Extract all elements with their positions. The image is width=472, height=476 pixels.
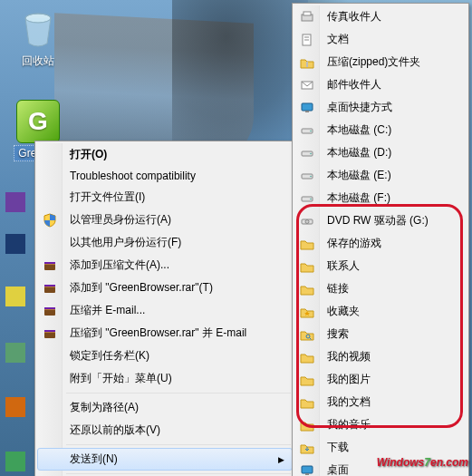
svg-rect-19 bbox=[306, 62, 308, 67]
greenbrowser-icon: G bbox=[16, 100, 60, 143]
svg-point-32 bbox=[305, 219, 309, 223]
sendto-search[interactable]: 搜索 bbox=[294, 323, 467, 345]
sendto-videos[interactable]: 我的视频 bbox=[294, 345, 467, 368]
folder-videos-icon bbox=[300, 350, 314, 364]
side-icon-dede[interactable] bbox=[5, 452, 25, 471]
svg-rect-10 bbox=[44, 307, 55, 309]
side-icon-empire[interactable] bbox=[5, 287, 25, 306]
sendto-desktop-shortcut[interactable]: 桌面快捷方式 bbox=[294, 96, 467, 119]
menu-troubleshoot[interactable]: Troubleshoot compatibility bbox=[37, 166, 293, 186]
sendto-my-documents[interactable]: 我的文档 bbox=[294, 391, 467, 413]
sendto-zipped[interactable]: 压缩(zipped)文件夹 bbox=[294, 51, 467, 73]
sendto-disk-f[interactable]: 本地磁盘 (F:) bbox=[294, 187, 467, 209]
fax-icon bbox=[300, 10, 314, 24]
menu-pin-start[interactable]: 附到「开始」菜单(U) bbox=[37, 367, 293, 390]
svg-point-30 bbox=[310, 198, 312, 199]
sendto-contacts[interactable]: 联系人 bbox=[294, 255, 467, 277]
recycle-bin-icon bbox=[16, 7, 60, 51]
menu-compress-email[interactable]: 压缩并 E-mail... bbox=[37, 299, 293, 322]
svg-point-28 bbox=[310, 175, 312, 177]
recycle-bin[interactable]: 回收站 bbox=[5, 7, 71, 70]
menu-separator bbox=[66, 444, 291, 445]
folder-games-icon bbox=[300, 237, 314, 251]
watermark-version: 7 bbox=[424, 456, 430, 469]
menu-run-other-user[interactable]: 以其他用户身份运行(F) bbox=[37, 231, 293, 254]
desktop-background: 回收站 G Green... 打开(O) Troubleshoot compat… bbox=[0, 0, 472, 476]
watermark-brand: Windows bbox=[377, 456, 425, 469]
disk-icon bbox=[300, 169, 314, 183]
svg-rect-15 bbox=[303, 12, 311, 15]
menu-open[interactable]: 打开(O) bbox=[37, 143, 293, 166]
svg-rect-36 bbox=[305, 473, 309, 475]
zip-folder-icon bbox=[300, 55, 314, 70]
desktop-icon bbox=[300, 463, 314, 477]
menu-restore-previous[interactable]: 还原以前的版本(V) bbox=[37, 419, 293, 442]
side-icon-folder[interactable] bbox=[5, 397, 25, 417]
folder-music-icon bbox=[300, 418, 314, 432]
dvd-icon bbox=[300, 214, 314, 228]
menu-compress-rar-email[interactable]: 压缩到 "GreenBrowser.rar" 并 E-mail bbox=[37, 322, 293, 345]
folder-links-icon bbox=[300, 282, 314, 296]
side-icon-two[interactable] bbox=[5, 343, 25, 363]
submenu-arrow-icon: ▶ bbox=[278, 455, 284, 464]
watermark: Windows7en.com bbox=[377, 452, 468, 471]
sendto-music[interactable]: 我的音乐 bbox=[294, 413, 467, 436]
rar-icon bbox=[43, 258, 57, 273]
svg-rect-21 bbox=[302, 103, 313, 111]
menu-separator bbox=[66, 473, 291, 474]
svg-rect-35 bbox=[302, 466, 313, 473]
sendto-disk-d[interactable]: 本地磁盘 (D:) bbox=[294, 141, 467, 164]
sendto-submenu: 传真收件人 文档 压缩(zipped)文件夹 邮件收件人 桌面快捷方式 本地磁盘… bbox=[292, 3, 469, 476]
rar-icon bbox=[43, 304, 57, 318]
menu-separator bbox=[66, 393, 291, 393]
folder-downloads-icon bbox=[300, 441, 314, 455]
side-icon-vi[interactable] bbox=[5, 192, 25, 212]
context-menu: 打开(O) Troubleshoot compatibility 打开文件位置(… bbox=[34, 141, 295, 476]
folder-pictures-icon bbox=[300, 373, 314, 387]
svg-rect-4 bbox=[44, 262, 55, 264]
sendto-disk-c[interactable]: 本地磁盘 (C:) bbox=[294, 119, 467, 141]
sendto-fax[interactable]: 传真收件人 bbox=[294, 5, 467, 28]
svg-rect-13 bbox=[44, 330, 55, 332]
sendto-mail[interactable]: 邮件收件人 bbox=[294, 73, 467, 96]
disk-icon bbox=[300, 123, 314, 138]
disk-icon bbox=[300, 146, 314, 160]
sendto-favorites[interactable]: 收藏夹 bbox=[294, 300, 467, 323]
folder-search-icon bbox=[300, 327, 314, 342]
sendto-disk-e[interactable]: 本地磁盘 (E:) bbox=[294, 164, 467, 187]
svg-point-24 bbox=[310, 130, 312, 131]
disk-icon bbox=[300, 191, 314, 206]
side-icon-ps[interactable] bbox=[5, 234, 25, 254]
menu-add-rar[interactable]: 添加到 "GreenBrowser.rar"(T) bbox=[37, 277, 293, 299]
desktop-shortcut-icon bbox=[300, 101, 314, 115]
svg-point-26 bbox=[310, 152, 312, 154]
folder-favorites-icon bbox=[300, 305, 314, 319]
watermark-suffix: en.com bbox=[430, 456, 468, 469]
menu-add-archive[interactable]: 添加到压缩文件(A)... bbox=[37, 254, 293, 277]
shield-icon bbox=[43, 213, 57, 228]
folder-documents-icon bbox=[300, 395, 314, 410]
svg-rect-7 bbox=[44, 285, 55, 287]
rar-icon bbox=[43, 326, 57, 341]
svg-rect-22 bbox=[305, 111, 309, 112]
menu-pin-taskbar[interactable]: 锁定到任务栏(K) bbox=[37, 345, 293, 367]
folder-contacts-icon bbox=[300, 259, 314, 274]
sendto-pictures[interactable]: 我的图片 bbox=[294, 368, 467, 391]
menu-send-to[interactable]: 发送到(N) ▶ bbox=[37, 448, 293, 471]
menu-run-admin[interactable]: 以管理员身份运行(A) bbox=[37, 209, 293, 231]
menu-copy-path[interactable]: 复制为路径(A) bbox=[37, 396, 293, 419]
recycle-bin-label: 回收站 bbox=[18, 53, 58, 70]
rar-icon bbox=[43, 281, 57, 296]
sendto-saved-games[interactable]: 保存的游戏 bbox=[294, 232, 467, 255]
sendto-dvd-g[interactable]: DVD RW 驱动器 (G:) bbox=[294, 209, 467, 232]
sendto-links[interactable]: 链接 bbox=[294, 277, 467, 300]
document-icon bbox=[300, 33, 314, 47]
sendto-documents[interactable]: 文档 bbox=[294, 28, 467, 51]
mail-icon bbox=[300, 78, 314, 92]
menu-open-location[interactable]: 打开文件位置(I) bbox=[37, 186, 293, 209]
